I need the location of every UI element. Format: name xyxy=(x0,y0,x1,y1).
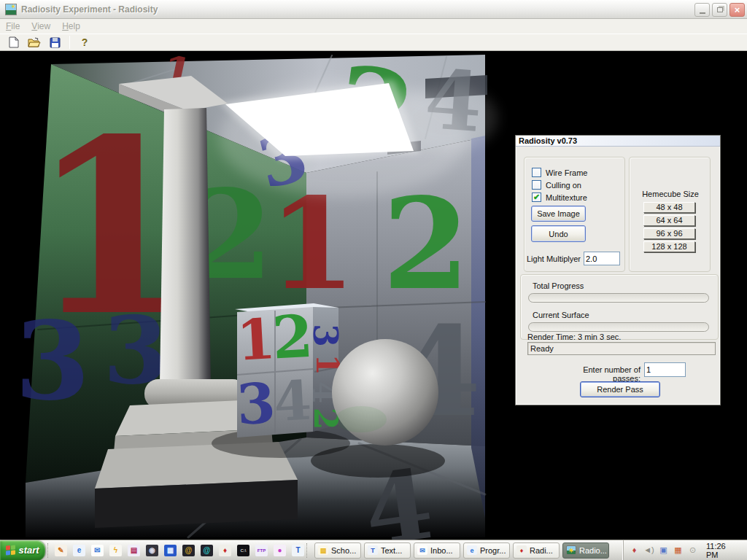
hemecube-size-label: Hemecube Size xyxy=(630,190,711,198)
messenger-icon[interactable]: ♦ xyxy=(629,545,640,555)
total-progress-label: Total Progress xyxy=(533,281,584,290)
hemecube-128-button[interactable]: 128 x 128 xyxy=(643,241,695,252)
taskbar-button-scho[interactable]: ▤Scho... xyxy=(314,542,361,559)
app-window: ✶ Radiosity Experiment - Radiosity × Fil… xyxy=(0,0,747,560)
internet-explorer-icon[interactable]: e xyxy=(73,545,85,556)
help-icon[interactable]: ? xyxy=(77,35,93,50)
hemicube-group: Hemecube Size 48 x 48 64 x 64 96 x 96 12… xyxy=(629,157,711,272)
multitexture-label: Multitexture xyxy=(546,193,587,202)
passes-input[interactable] xyxy=(644,362,686,377)
visual-studio-icon[interactable]: ♦ xyxy=(219,545,231,556)
close-button[interactable]: × xyxy=(729,3,745,17)
status-field: Ready xyxy=(527,342,716,355)
hemecube-48-button[interactable]: 48 x 48 xyxy=(643,202,695,213)
scene-number-3: 3 xyxy=(235,370,276,438)
current-surface-label: Current Surface xyxy=(533,311,589,319)
outlook-express-icon: ✉ xyxy=(417,545,427,555)
menu-view[interactable]: View xyxy=(31,21,50,31)
open-folder-icon[interactable] xyxy=(26,35,42,50)
image-viewer-icon[interactable]: ▦ xyxy=(673,545,684,555)
textpad-icon[interactable]: T xyxy=(292,545,304,556)
hemecube-64-button[interactable]: 64 x 64 xyxy=(643,215,695,226)
render-time-text: Render Time: 3 min 3 sec. xyxy=(527,332,621,341)
menu-bar: FileViewHelp xyxy=(0,19,747,34)
teal-swirl-icon[interactable]: @ xyxy=(201,545,213,556)
taskbar-button-progr[interactable]: eProgr... xyxy=(463,542,510,559)
display-settings-icon[interactable]: ▣ xyxy=(658,545,669,555)
task-label: Progr... xyxy=(480,546,506,555)
taskbar-button-inbo[interactable]: ✉Inbo... xyxy=(414,542,460,559)
new-document-icon[interactable] xyxy=(6,35,22,50)
calculator-icon[interactable]: ▦ xyxy=(164,545,177,556)
task-buttons: ▤Scho...TText...✉Inbo...eProgr...♦Radi..… xyxy=(314,542,609,559)
total-progress-bar xyxy=(528,293,709,303)
clock: 11:26 PM xyxy=(702,542,747,559)
search-folder-icon: ▤ xyxy=(318,545,328,555)
menu-file[interactable]: File xyxy=(6,21,20,31)
task-label: Inbo... xyxy=(430,546,453,555)
light-multiplier-label: Light Multiplyer xyxy=(527,254,581,263)
wireframe-checkbox[interactable] xyxy=(532,168,541,177)
culling-checkbox[interactable] xyxy=(532,180,541,190)
save-image-button[interactable]: Save Image xyxy=(531,206,586,222)
taskbar-button-radio[interactable]: ✶Radio... xyxy=(562,542,609,559)
window-title: Radiosity Experiment - Radiosity xyxy=(21,4,158,15)
render-pass-button[interactable]: Render Pass xyxy=(580,381,660,397)
toolbar: ? xyxy=(0,34,747,51)
radiosity-app-icon: ✶ xyxy=(566,545,576,555)
taskbar-button-radi[interactable]: ♦Radi... xyxy=(513,542,560,559)
task-label: Text... xyxy=(381,546,402,555)
light-multiplier-input[interactable] xyxy=(584,252,620,265)
outlook-express-icon[interactable]: ✉ xyxy=(91,545,104,556)
dialog-title[interactable]: Radiosity v0.73 xyxy=(516,136,720,147)
app-icon: ✶ xyxy=(5,4,17,15)
mouse-icon[interactable]: ⊙ xyxy=(687,545,698,555)
start-button[interactable]: start xyxy=(0,540,45,560)
current-surface-bar xyxy=(528,322,709,332)
multitexture-checkbox[interactable]: ✔ xyxy=(532,192,541,202)
toolbar-separator xyxy=(69,36,70,49)
title-bar: ✶ Radiosity Experiment - Radiosity × xyxy=(0,0,747,19)
taskbar-separator xyxy=(47,543,50,558)
windows-flag-icon xyxy=(6,545,15,556)
task-label: Radi... xyxy=(530,546,553,555)
download-icon[interactable]: ● xyxy=(274,545,286,556)
taskbar-separator xyxy=(306,543,309,558)
taskbar-button-text[interactable]: TText... xyxy=(364,542,411,559)
scene-number-3: 3 xyxy=(306,324,345,347)
progress-group: Total Progress Current Surface xyxy=(520,274,719,340)
taskbar: start ✎e✉ϟ▤◉▦@@♦C:\FTP●T ▤Scho...TText..… xyxy=(0,540,747,560)
wireframe-label: Wire Frame xyxy=(546,168,587,177)
photo-viewer-icon[interactable]: ◉ xyxy=(146,545,158,556)
quick-launch-bar: ✎e✉ϟ▤◉▦@@♦C:\FTP●T xyxy=(55,545,304,556)
scene-number-3: 3 xyxy=(15,298,90,424)
system-tray: ♦◄)▣▦⊙ 11:26 PM xyxy=(623,540,747,560)
save-icon[interactable] xyxy=(47,35,63,50)
menu-help[interactable]: Help xyxy=(62,21,80,31)
passes-label: Enter number of passes: xyxy=(556,365,640,383)
scene-number-2: 2 xyxy=(382,170,470,318)
task-label: Radio... xyxy=(579,546,607,555)
address-book-icon[interactable]: ▤ xyxy=(128,545,140,556)
minimize-button[interactable] xyxy=(694,3,710,17)
task-label: Scho... xyxy=(331,546,356,555)
journal-icon[interactable]: ✎ xyxy=(55,545,67,556)
undo-button[interactable]: Undo xyxy=(531,225,586,242)
winamp-icon[interactable]: ϟ xyxy=(109,545,122,556)
options-group: Wire Frame Culling on ✔ Multitexture Sav… xyxy=(524,157,625,272)
visual-studio-icon: ♦ xyxy=(516,545,527,555)
restore-button[interactable] xyxy=(712,3,727,17)
hemecube-96-button[interactable]: 96 x 96 xyxy=(643,228,695,239)
textpad-icon: T xyxy=(368,545,378,555)
command-prompt-icon[interactable]: C:\ xyxy=(237,545,249,556)
ftp-icon[interactable]: FTP xyxy=(255,545,268,556)
radiosity-dialog: Radiosity v0.73 Wire Frame Culling on ✔ … xyxy=(515,135,721,405)
gold-swirl-icon[interactable]: @ xyxy=(182,545,195,556)
internet-explorer-icon: e xyxy=(467,545,477,555)
volume-icon[interactable]: ◄) xyxy=(643,545,654,555)
culling-label: Culling on xyxy=(546,181,581,190)
